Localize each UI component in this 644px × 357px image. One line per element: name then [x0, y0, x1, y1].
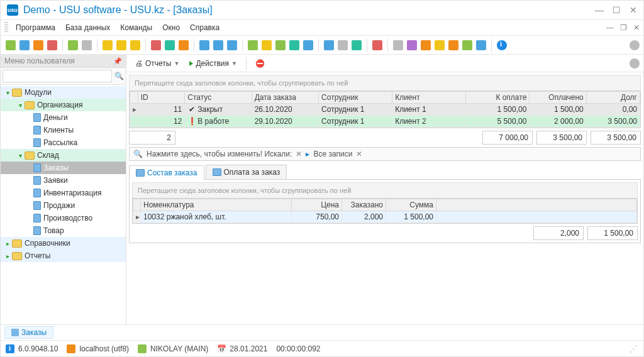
tb-check-icon[interactable] — [226, 39, 238, 52]
menu-commands[interactable]: Команды — [115, 22, 157, 33]
tb-delete-icon[interactable] — [46, 39, 58, 52]
tb-refresh-icon[interactable] — [67, 39, 79, 52]
reports-button[interactable]: 🖨 Отчеты ▼ — [131, 58, 183, 69]
filter-bar[interactable]: 🔍 Нажмите здесь, чтобы изменить! Искали:… — [129, 147, 641, 161]
actions-button[interactable]: Действия ▼ — [186, 58, 241, 69]
tb-people-icon[interactable] — [350, 39, 363, 52]
resize-grip[interactable]: ⋰ — [630, 344, 638, 353]
tb-refresh-right-icon[interactable] — [628, 39, 641, 52]
tree-organization[interactable]: ▾Организация — [1, 99, 126, 111]
status-user: NIKOLAY (MAIN) — [138, 344, 208, 353]
tb-pin-icon[interactable] — [371, 39, 384, 52]
tb-users-icon[interactable] — [461, 39, 474, 52]
detail-grid: Номенклатура Цена Заказано Сумма ▸10032 … — [132, 198, 638, 224]
tb-window-icon[interactable] — [323, 39, 335, 52]
tb-csv-icon[interactable] — [288, 39, 301, 52]
detail-group-hint[interactable]: Перетащите сюда заголовок колонки, чтобы… — [132, 182, 638, 198]
maximize-button[interactable]: ☐ — [613, 5, 621, 15]
tree-directories[interactable]: ▸Справочники — [1, 237, 126, 250]
statusbar: 6.0.9048.10 localhost (utf8) NIKOLAY (MA… — [1, 340, 643, 356]
sidebar-search-input[interactable] — [3, 70, 112, 82]
tb-grid-icon[interactable] — [198, 39, 211, 52]
tree-requests[interactable]: Заявки — [1, 174, 126, 187]
menu-window[interactable]: Окно — [157, 22, 185, 33]
tb-search-icon[interactable] — [80, 39, 93, 52]
tab-order-payment[interactable]: Оплата за заказ — [206, 165, 287, 179]
tree-clients[interactable]: Клиенты — [1, 124, 126, 136]
menu-program[interactable]: Программа — [11, 22, 60, 33]
orders-header[interactable]: IDСтатусДата заказа СотрудникКлиент К оп… — [130, 92, 640, 104]
mdi-close[interactable]: ✕ — [633, 23, 640, 32]
tb-filter2-icon[interactable] — [115, 39, 128, 52]
tree-goods[interactable]: Товар — [1, 224, 126, 237]
orders-row[interactable]: 12❗В работе29.10.2020Сотрудник 1Клиент 2… — [130, 116, 640, 128]
tree-mailing[interactable]: Рассылка — [1, 136, 126, 149]
tree-warehouse[interactable]: ▾Склад — [1, 149, 126, 162]
tb-brush-icon[interactable] — [475, 39, 487, 52]
tree-money[interactable]: Деньги — [1, 111, 126, 124]
tb-colors-icon[interactable] — [406, 39, 418, 52]
tb-terminal-icon[interactable] — [336, 39, 349, 52]
filter-all-records[interactable]: Все записи — [313, 150, 352, 158]
mdi-restore[interactable]: ❐ — [620, 23, 627, 32]
tb-tree-icon[interactable] — [212, 39, 225, 52]
tb-doc-icon[interactable] — [18, 39, 31, 52]
tree-sales[interactable]: Продажи — [1, 199, 126, 212]
tree-production[interactable]: Производство — [1, 212, 126, 224]
app-icon: usu — [7, 4, 18, 16]
doc-icon — [11, 329, 19, 336]
status-host: localhost (utf8) — [67, 344, 129, 353]
tb-tag-icon[interactable] — [177, 39, 190, 52]
tb-user-icon[interactable] — [447, 39, 460, 52]
doctab-orders[interactable]: Заказы — [4, 326, 53, 339]
menu-database[interactable]: База данных — [60, 22, 115, 33]
tree-reports[interactable]: ▸Отчеты — [1, 250, 126, 262]
group-hint[interactable]: Перетащите сюда заголовок колонки, чтобы… — [129, 75, 641, 91]
minimize-button[interactable]: — — [595, 5, 604, 15]
doc-tabs: Заказы — [1, 324, 643, 340]
orders-sum-topay: 7 000,00 — [482, 131, 533, 145]
detail-header[interactable]: Номенклатура Цена Заказано Сумма — [133, 199, 637, 211]
play-icon — [189, 61, 193, 66]
tb-import-icon[interactable] — [302, 39, 314, 52]
stop-button[interactable]: ⛔ — [252, 58, 269, 69]
tb-lock-icon[interactable] — [433, 39, 446, 52]
tb-excel-icon[interactable] — [274, 39, 287, 52]
doc-icon — [213, 168, 221, 176]
search-icon[interactable]: 🔍 — [114, 72, 124, 80]
mdi-minimize[interactable]: — — [606, 23, 614, 32]
filter-clear-icon[interactable]: ✕ — [296, 150, 302, 158]
detail-sum-total: 1 500,00 — [587, 226, 638, 240]
printer-icon: 🖨 — [135, 59, 143, 68]
chevron-right-icon: ▸ — [306, 150, 309, 158]
tb-rss-icon[interactable] — [419, 39, 432, 52]
tb-info-icon[interactable] — [496, 39, 508, 52]
detail-sum-qty: 2,000 — [533, 226, 584, 240]
filter-all-clear-icon[interactable]: ✕ — [356, 150, 362, 158]
tb-image-icon[interactable] — [164, 39, 176, 52]
tb-filter-icon[interactable] — [101, 39, 114, 52]
orders-row[interactable]: ▸11✔Закрыт26.10.2020Сотрудник 1Клиент 11… — [130, 104, 640, 116]
status-time: 00:00:00:092 — [276, 344, 320, 353]
tb-flag-icon[interactable] — [150, 39, 162, 52]
tree-modules[interactable]: ▾Модули — [1, 86, 126, 99]
close-button[interactable]: ✕ — [630, 5, 637, 15]
tb-gear-icon[interactable] — [392, 39, 404, 52]
tb-filter3-icon[interactable] — [129, 39, 142, 52]
tb-edit-icon[interactable] — [32, 39, 45, 52]
detail-row[interactable]: ▸10032 ржаной хлеб, шт.750,002,0001 500,… — [133, 211, 637, 223]
chevron-down-icon: ▼ — [231, 60, 237, 67]
sidebar-pin-icon[interactable]: 📌 — [113, 57, 122, 65]
tb-note-icon[interactable] — [260, 39, 273, 52]
subtoolbar-refresh-icon[interactable] — [628, 57, 641, 70]
sidebar-title: Меню пользователя — [4, 57, 75, 65]
window-controls: — ☐ ✕ — [595, 5, 637, 15]
filter-hint[interactable]: Нажмите здесь, чтобы изменить! Искали: — [147, 150, 292, 158]
sidebar-search: 🔍 — [1, 68, 126, 85]
tree-orders[interactable]: Заказы — [1, 162, 126, 174]
tb-add-icon[interactable] — [247, 39, 259, 52]
tab-order-items[interactable]: Состав заказа — [129, 165, 204, 180]
tb-new-icon[interactable] — [4, 39, 17, 52]
tree-inventory[interactable]: Инвентаризация — [1, 187, 126, 199]
menu-help[interactable]: Справка — [185, 22, 225, 33]
